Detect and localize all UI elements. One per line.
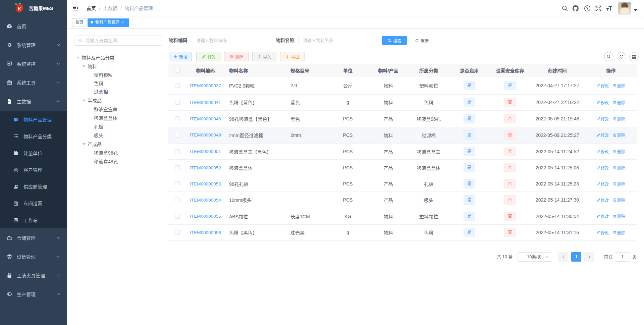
svg-text:K: K <box>18 6 21 11</box>
